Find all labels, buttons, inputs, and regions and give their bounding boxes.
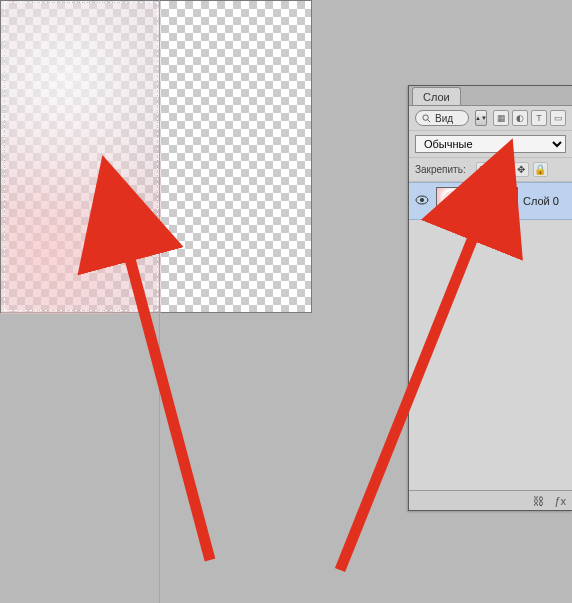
lock-all-icon[interactable]: 🔒: [533, 162, 548, 177]
blend-mode-select[interactable]: Обычные: [415, 135, 566, 153]
fx-icon[interactable]: ƒx: [554, 495, 566, 507]
tab-layers[interactable]: Слои: [412, 87, 461, 105]
panel-footer: ⛓ ƒx: [409, 490, 572, 510]
filter-kind-stepper[interactable]: ▲▼: [475, 110, 487, 126]
vertical-guide[interactable]: [159, 0, 160, 603]
panel-tabbar: Слои: [409, 86, 572, 106]
document-canvas[interactable]: [0, 0, 312, 313]
filter-pixel-icon[interactable]: ▦: [493, 110, 509, 126]
lock-label: Закрепить:: [415, 164, 466, 175]
layer-list: ⛓ Слой 0: [409, 182, 572, 490]
layers-panel: Слои Вид ▲▼ ▦ ◐ T ▭ Обычные Закрепить: ▦…: [408, 85, 572, 511]
lock-brush-icon[interactable]: ✎: [495, 162, 510, 177]
eye-icon: [415, 195, 429, 205]
svg-point-0: [423, 114, 428, 119]
filter-type-icons: ▦ ◐ T ▭: [493, 110, 566, 126]
layer-row[interactable]: ⛓ Слой 0: [409, 182, 572, 220]
magnifier-icon: [422, 114, 431, 123]
visibility-toggle[interactable]: [413, 195, 431, 207]
layer-name[interactable]: Слой 0: [523, 195, 559, 207]
svg-line-1: [428, 119, 431, 122]
layer-filter-label: Вид: [435, 113, 453, 124]
mask-link-icon[interactable]: ⛓: [471, 195, 483, 207]
layer-filter-kind[interactable]: Вид: [415, 110, 469, 126]
blend-mode-row: Обычные: [409, 131, 572, 158]
lock-move-icon[interactable]: ✥: [514, 162, 529, 177]
layer-filter-row: Вид ▲▼ ▦ ◐ T ▭: [409, 106, 572, 131]
layer-thumbnail[interactable]: [436, 187, 466, 215]
filter-shape-icon[interactable]: ▭: [550, 110, 566, 126]
svg-point-3: [420, 198, 424, 202]
lock-pixels-icon[interactable]: ▦: [476, 162, 491, 177]
layer-mask-thumbnail[interactable]: [488, 187, 518, 215]
image-layer-preview: [1, 1, 161, 314]
filter-adjust-icon[interactable]: ◐: [512, 110, 528, 126]
filter-type-icon[interactable]: T: [531, 110, 547, 126]
link-layers-icon[interactable]: ⛓: [533, 495, 544, 507]
lock-row: Закрепить: ▦ ✎ ✥ 🔒: [409, 158, 572, 182]
